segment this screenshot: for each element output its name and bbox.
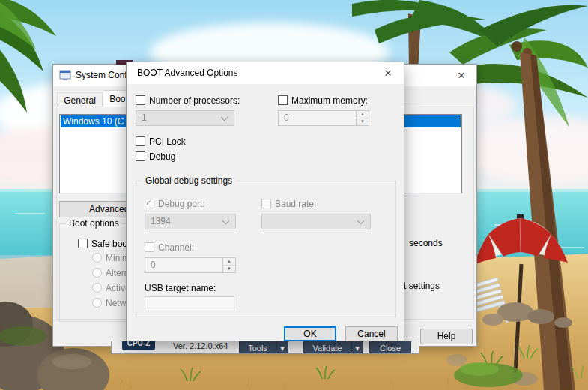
channel-spinner[interactable]: 0 ▲ ▼: [145, 257, 236, 273]
boot-advanced-options-dialog: BOOT Advanced Options ✕ Number of proces…: [126, 62, 404, 341]
desktop: System Configuration ✕ General Boot Wind…: [0, 0, 588, 390]
seconds-label-fragment: seconds: [409, 238, 443, 248]
spin-down-icon[interactable]: ▼: [223, 266, 235, 273]
baud-rate-label: Baud rate:: [275, 199, 316, 209]
debug-port-select[interactable]: 1394: [145, 214, 236, 230]
cpuz-version: Ver. 2.12.0.x64: [173, 341, 228, 350]
baud-rate-select[interactable]: [261, 214, 371, 230]
safe-boot-label: Safe boo: [91, 238, 127, 249]
chevron-down-icon: [222, 218, 230, 225]
spinner-buttons: ▲ ▼: [222, 258, 235, 272]
validate-button[interactable]: Validate: [303, 341, 351, 354]
radio-alternate-shell[interactable]: Altern: [92, 268, 129, 278]
radio-active-directory[interactable]: Active: [92, 283, 130, 293]
checkbox-box: [136, 95, 145, 105]
checkbox-box: ✓: [145, 199, 154, 208]
global-debug-settings-title: Global debug settings: [142, 176, 235, 186]
pci-lock-checkbox[interactable]: PCI Lock: [136, 136, 186, 148]
cpuz-logo: CPU-Z: [122, 341, 155, 350]
safe-boot-checkbox[interactable]: Safe boo: [78, 238, 127, 250]
channel-label: Channel:: [158, 242, 194, 253]
debug-checkbox[interactable]: Debug: [136, 152, 175, 163]
spin-up-icon[interactable]: ▲: [223, 258, 235, 266]
distant-cliff: [0, 255, 56, 308]
tools-button[interactable]: Tools: [239, 341, 276, 354]
debug-label: Debug: [149, 152, 175, 162]
num-processors-select[interactable]: 1: [136, 110, 234, 126]
radio-circle: [92, 283, 102, 292]
debug-port-value: 1394: [151, 216, 171, 226]
checkbox-box: [278, 95, 288, 105]
validate-dropdown-icon[interactable]: ▾: [351, 341, 363, 354]
radio-circle: [92, 253, 102, 262]
debug-port-checkbox[interactable]: ✓Debug port:: [145, 199, 205, 210]
cpuz-bottom-bar: CPU-Z Ver. 2.12.0.x64 Tools ▾ Validate ▾…: [111, 341, 419, 354]
radio-circle: [92, 298, 102, 308]
sysconfig-icon: [59, 69, 71, 81]
max-memory-checkbox[interactable]: Maximum memory:: [278, 95, 368, 106]
checkbox-box: [136, 136, 145, 146]
bootdlg-titlebar[interactable]: BOOT Advanced Options ✕: [127, 62, 404, 84]
boot-settings-label-fragment: t settings: [404, 280, 440, 291]
checkbox-box: [261, 199, 271, 208]
usb-target-name-input[interactable]: [145, 296, 234, 311]
pci-lock-label: PCI Lock: [149, 136, 186, 147]
channel-checkbox[interactable]: Channel:: [145, 242, 194, 254]
checkbox-box: [136, 152, 145, 161]
max-memory-value: 0: [284, 112, 289, 123]
boot-options-title: Boot options: [66, 218, 122, 229]
ok-button[interactable]: OK: [284, 326, 336, 341]
spin-up-icon[interactable]: ▲: [357, 111, 369, 118]
dialog-title: BOOT Advanced Options: [137, 68, 238, 78]
chevron-down-icon: [357, 218, 365, 225]
checkbox-box: [145, 242, 154, 252]
channel-value: 0: [151, 260, 156, 270]
checkbox-box: [78, 238, 88, 248]
baud-rate-checkbox[interactable]: Baud rate:: [261, 199, 316, 210]
num-processors-label: Number of processors:: [149, 95, 240, 106]
num-processors-checkbox[interactable]: Number of processors:: [136, 95, 240, 106]
tab-general[interactable]: General: [57, 92, 103, 107]
max-memory-label: Maximum memory:: [291, 95, 368, 106]
max-memory-spinner[interactable]: 0 ▲ ▼: [278, 110, 369, 126]
chevron-down-icon: [221, 114, 228, 122]
check-icon: ✓: [145, 198, 152, 208]
close-icon[interactable]: ✕: [453, 68, 470, 83]
close-icon[interactable]: ✕: [380, 66, 396, 81]
radio-circle: [92, 268, 102, 278]
tools-dropdown-icon[interactable]: ▾: [276, 341, 288, 354]
cancel-button[interactable]: Cancel: [345, 326, 398, 341]
debug-port-label: Debug port:: [158, 199, 205, 209]
help-button[interactable]: Help: [420, 328, 473, 344]
spinner-buttons: ▲ ▼: [356, 111, 369, 125]
cpuz-close-button[interactable]: Close: [369, 341, 411, 354]
num-processors-value: 1: [142, 112, 147, 123]
spin-down-icon[interactable]: ▼: [357, 118, 369, 126]
usb-target-name-label: USB target name:: [145, 283, 216, 293]
